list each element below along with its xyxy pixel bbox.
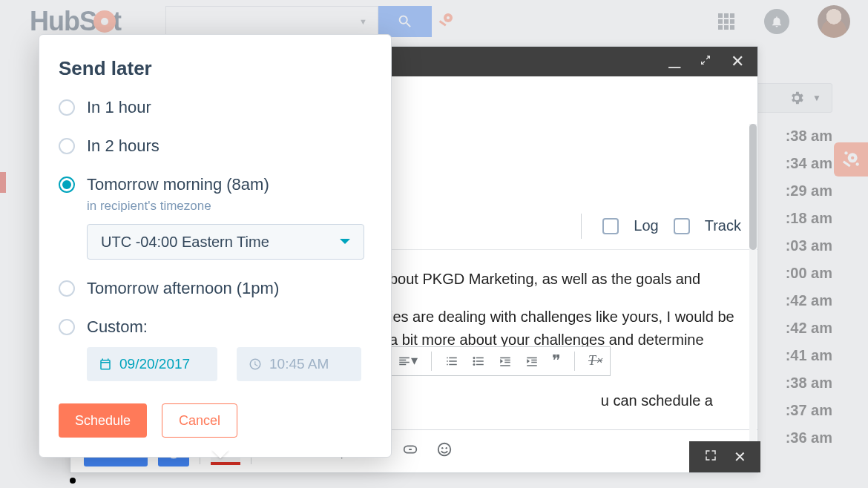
custom-time-input[interactable]: 10:45 AM	[237, 347, 361, 381]
email-time-list: :38 am :34 am :29 am :18 am :03 am :00 a…	[786, 128, 832, 446]
compose-scrollbar[interactable]	[749, 124, 757, 443]
hubspot-small-icon[interactable]	[438, 10, 456, 33]
time-item[interactable]: :18 am	[786, 210, 832, 227]
emoji-button[interactable]	[433, 441, 456, 462]
opt-label: Tomorrow afternoon (1pm)	[87, 279, 372, 298]
opt-2-hours[interactable]: In 2 hours	[59, 136, 372, 156]
time-item[interactable]: :03 am	[786, 237, 832, 254]
search-button[interactable]	[378, 6, 432, 37]
send-later-popover: Send later In 1 hour In 2 hours Tomorrow…	[39, 34, 392, 458]
hubspot-side-tab[interactable]	[834, 142, 868, 177]
timezone-select[interactable]: UTC -04:00 Eastern Time	[87, 224, 364, 260]
svg-point-10	[473, 363, 476, 366]
track-checkbox[interactable]	[674, 218, 690, 234]
calendar-icon	[99, 357, 112, 371]
svg-point-12	[441, 446, 443, 448]
time-item[interactable]: :41 am	[786, 347, 832, 364]
indent-increase-icon[interactable]	[525, 355, 539, 368]
close-icon[interactable]: ✕	[731, 52, 744, 71]
time-item[interactable]: :42 am	[786, 320, 832, 337]
emoji-icon	[436, 441, 453, 458]
radio-icon[interactable]	[59, 280, 75, 297]
bullet-dot	[70, 478, 76, 484]
custom-date-input[interactable]: 09/20/2017	[87, 347, 217, 381]
clear-format-icon[interactable]: T✕	[588, 351, 602, 372]
svg-point-7	[856, 162, 859, 165]
radio-icon[interactable]	[59, 138, 75, 154]
link-icon	[402, 441, 418, 458]
svg-point-11	[438, 443, 450, 455]
sprocket-icon	[841, 150, 861, 169]
body-line: bout PKGD Marketing, as well as the goal…	[389, 268, 735, 291]
svg-point-9	[473, 360, 476, 363]
gear-icon	[789, 90, 805, 106]
notifications-button[interactable]	[764, 9, 789, 34]
cancel-button[interactable]: Cancel	[162, 403, 237, 438]
sprocket-icon	[93, 10, 116, 33]
time-item[interactable]: :36 am	[786, 429, 832, 446]
svg-point-4	[851, 156, 854, 159]
user-avatar[interactable]	[818, 5, 850, 38]
radio-icon[interactable]	[59, 319, 75, 335]
opt-tomorrow-afternoon[interactable]: Tomorrow afternoon (1pm)	[59, 279, 372, 298]
opt-sublabel: in recipient's timezone	[87, 199, 372, 214]
opt-label: Tomorrow morning (8am)	[87, 175, 372, 194]
bell-icon	[770, 15, 783, 28]
expand-icon[interactable]	[704, 449, 717, 466]
opt-tomorrow-morning[interactable]: Tomorrow morning (8am) in recipient's ti…	[59, 175, 372, 260]
radio-icon[interactable]	[59, 99, 75, 116]
time-item[interactable]: :37 am	[786, 402, 832, 419]
caret-down-icon	[340, 239, 350, 249]
time-item[interactable]: :38 am	[786, 375, 832, 392]
maximize-bar: ✕	[689, 441, 760, 472]
formatting-toolbar: ▾ ❞ T✕	[389, 346, 611, 376]
svg-point-8	[473, 357, 476, 359]
clock-icon	[249, 357, 262, 371]
hubspot-logo: HubS t	[30, 6, 121, 37]
custom-time-value: 10:45 AM	[269, 356, 329, 372]
svg-point-13	[445, 446, 447, 448]
time-item[interactable]: :42 am	[786, 292, 832, 309]
log-label: Log	[634, 217, 658, 234]
search-input[interactable]: ▼	[165, 6, 378, 37]
schedule-button[interactable]: Schedule	[59, 403, 147, 438]
opt-label: In 2 hours	[87, 136, 372, 156]
svg-point-6	[844, 151, 847, 154]
insert-link-button[interactable]	[398, 441, 422, 462]
logo-text-prefix: HubS	[30, 6, 96, 37]
time-item[interactable]: :00 am	[786, 265, 832, 282]
collapse-icon[interactable]	[700, 54, 711, 69]
track-label: Track	[705, 217, 741, 234]
inbox-indicator	[0, 172, 6, 193]
align-icon[interactable]: ▾	[398, 351, 418, 372]
caret-down-icon: ▼	[812, 93, 821, 103]
quote-icon[interactable]: ❞	[552, 349, 561, 374]
bullet-list-icon[interactable]	[472, 355, 485, 368]
time-item[interactable]: :29 am	[786, 182, 832, 200]
popover-title: Send later	[59, 57, 372, 80]
custom-date-value: 09/20/2017	[119, 356, 190, 372]
opt-label: In 1 hour	[87, 98, 372, 117]
settings-dropdown[interactable]: ▼	[749, 83, 832, 113]
indent-decrease-icon[interactable]	[499, 355, 512, 368]
close-small-icon[interactable]: ✕	[734, 448, 746, 466]
opt-1-hour[interactable]: In 1 hour	[59, 98, 372, 117]
opt-custom[interactable]: Custom: 09/20/2017 10:45 AM	[59, 317, 372, 381]
time-item[interactable]: :34 am	[786, 155, 832, 172]
opt-label: Custom:	[87, 317, 372, 337]
log-checkbox[interactable]	[602, 218, 619, 234]
svg-point-1	[447, 16, 450, 19]
time-item[interactable]: :38 am	[786, 128, 832, 145]
search-icon	[397, 13, 413, 30]
apps-grid-icon[interactable]	[718, 13, 734, 30]
timezone-value: UTC -04:00 Eastern Time	[101, 234, 269, 251]
radio-selected-icon[interactable]	[59, 177, 75, 193]
search-scope-caret-icon[interactable]: ▼	[349, 17, 378, 26]
numbered-list-icon[interactable]	[445, 355, 458, 368]
body-line: u can schedule a	[389, 389, 735, 412]
